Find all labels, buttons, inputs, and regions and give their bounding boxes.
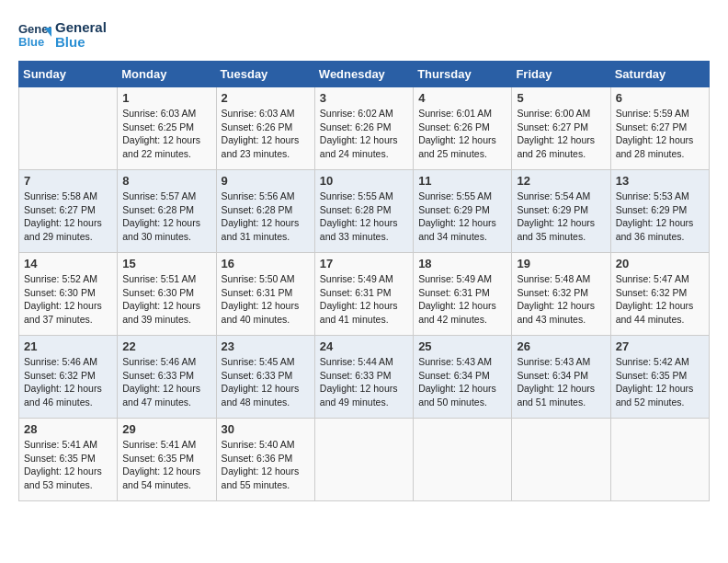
- cell-content: Sunrise: 5:48 AM Sunset: 6:32 PM Dayligh…: [517, 272, 605, 327]
- calendar-cell: [314, 419, 413, 501]
- cell-content: Sunrise: 5:51 AM Sunset: 6:30 PM Dayligh…: [122, 272, 210, 327]
- calendar-cell: 29Sunrise: 5:41 AM Sunset: 6:35 PM Dayli…: [118, 419, 216, 501]
- cell-content: Sunrise: 6:03 AM Sunset: 6:26 PM Dayligh…: [222, 107, 310, 161]
- calendar-cell: 10Sunrise: 5:55 AM Sunset: 6:28 PM Dayli…: [314, 170, 413, 253]
- week-row-2: 7Sunrise: 5:58 AM Sunset: 6:27 PM Daylig…: [19, 170, 710, 253]
- calendar-cell: 23Sunrise: 5:45 AM Sunset: 6:33 PM Dayli…: [216, 336, 314, 419]
- day-number: 21: [24, 339, 112, 353]
- calendar-cell: 1Sunrise: 6:03 AM Sunset: 6:25 PM Daylig…: [118, 87, 216, 170]
- day-number: 3: [320, 91, 408, 105]
- day-number: 5: [517, 91, 605, 105]
- cell-content: Sunrise: 5:56 AM Sunset: 6:28 PM Dayligh…: [222, 190, 310, 244]
- day-number: 11: [418, 174, 506, 188]
- calendar-cell: 26Sunrise: 5:43 AM Sunset: 6:34 PM Dayli…: [512, 336, 610, 419]
- calendar-cell: 12Sunrise: 5:54 AM Sunset: 6:29 PM Dayli…: [512, 170, 610, 253]
- calendar-cell: 19Sunrise: 5:48 AM Sunset: 6:32 PM Dayli…: [512, 253, 610, 336]
- calendar-cell: 7Sunrise: 5:58 AM Sunset: 6:27 PM Daylig…: [19, 170, 118, 253]
- logo-text-blue: Blue: [55, 35, 107, 51]
- cell-content: Sunrise: 6:00 AM Sunset: 6:27 PM Dayligh…: [517, 107, 605, 161]
- cell-content: Sunrise: 5:40 AM Sunset: 6:36 PM Dayligh…: [222, 438, 310, 492]
- calendar-cell: 18Sunrise: 5:49 AM Sunset: 6:31 PM Dayli…: [414, 253, 512, 336]
- calendar-cell: 4Sunrise: 6:01 AM Sunset: 6:26 PM Daylig…: [414, 87, 512, 170]
- calendar-cell: 30Sunrise: 5:40 AM Sunset: 6:36 PM Dayli…: [216, 419, 314, 501]
- day-number: 4: [418, 91, 506, 105]
- cell-content: Sunrise: 5:45 AM Sunset: 6:33 PM Dayligh…: [222, 355, 310, 409]
- column-header-friday: Friday: [512, 62, 610, 87]
- calendar-cell: 3Sunrise: 6:02 AM Sunset: 6:26 PM Daylig…: [314, 87, 413, 170]
- calendar-cell: 16Sunrise: 5:50 AM Sunset: 6:31 PM Dayli…: [216, 253, 314, 336]
- calendar-header-row: SundayMondayTuesdayWednesdayThursdayFrid…: [19, 62, 710, 87]
- calendar-cell: 14Sunrise: 5:52 AM Sunset: 6:30 PM Dayli…: [19, 253, 118, 336]
- calendar-cell: 15Sunrise: 5:51 AM Sunset: 6:30 PM Dayli…: [118, 253, 216, 336]
- cell-content: Sunrise: 5:42 AM Sunset: 6:35 PM Dayligh…: [616, 355, 704, 409]
- cell-content: Sunrise: 5:55 AM Sunset: 6:28 PM Dayligh…: [320, 190, 408, 244]
- cell-content: Sunrise: 5:52 AM Sunset: 6:30 PM Dayligh…: [24, 272, 112, 327]
- day-number: 19: [517, 257, 605, 270]
- calendar-cell: 2Sunrise: 6:03 AM Sunset: 6:26 PM Daylig…: [216, 87, 314, 170]
- logo-icon: General Blue: [18, 18, 51, 52]
- day-number: 30: [222, 422, 310, 436]
- day-number: 9: [222, 174, 310, 188]
- week-row-5: 28Sunrise: 5:41 AM Sunset: 6:35 PM Dayli…: [19, 419, 710, 501]
- day-number: 25: [418, 339, 506, 353]
- calendar-cell: 9Sunrise: 5:56 AM Sunset: 6:28 PM Daylig…: [216, 170, 314, 253]
- day-number: 27: [616, 339, 704, 353]
- cell-content: Sunrise: 5:54 AM Sunset: 6:29 PM Dayligh…: [517, 190, 605, 244]
- day-number: 15: [122, 257, 210, 270]
- calendar-cell: 22Sunrise: 5:46 AM Sunset: 6:33 PM Dayli…: [118, 336, 216, 419]
- calendar-cell: 28Sunrise: 5:41 AM Sunset: 6:35 PM Dayli…: [19, 419, 118, 501]
- cell-content: Sunrise: 5:43 AM Sunset: 6:34 PM Dayligh…: [517, 355, 605, 409]
- week-row-4: 21Sunrise: 5:46 AM Sunset: 6:32 PM Dayli…: [19, 336, 710, 419]
- day-number: 6: [616, 91, 704, 105]
- page-header: General Blue General Blue: [18, 18, 710, 52]
- calendar-cell: [19, 87, 118, 170]
- cell-content: Sunrise: 5:58 AM Sunset: 6:27 PM Dayligh…: [24, 190, 112, 244]
- cell-content: Sunrise: 5:41 AM Sunset: 6:35 PM Dayligh…: [24, 438, 112, 492]
- logo: General Blue General Blue: [18, 18, 107, 52]
- calendar-cell: [512, 419, 610, 501]
- column-header-sunday: Sunday: [19, 62, 118, 87]
- day-number: 24: [320, 339, 408, 353]
- cell-content: Sunrise: 6:01 AM Sunset: 6:26 PM Dayligh…: [418, 107, 506, 161]
- day-number: 26: [517, 339, 605, 353]
- calendar-cell: 5Sunrise: 6:00 AM Sunset: 6:27 PM Daylig…: [512, 87, 610, 170]
- day-number: 8: [122, 174, 210, 188]
- day-number: 10: [320, 174, 408, 188]
- day-number: 22: [122, 339, 210, 353]
- day-number: 18: [418, 257, 506, 270]
- cell-content: Sunrise: 5:55 AM Sunset: 6:29 PM Dayligh…: [418, 190, 506, 244]
- calendar-cell: 24Sunrise: 5:44 AM Sunset: 6:33 PM Dayli…: [314, 336, 413, 419]
- cell-content: Sunrise: 5:44 AM Sunset: 6:33 PM Dayligh…: [320, 355, 408, 409]
- cell-content: Sunrise: 5:46 AM Sunset: 6:32 PM Dayligh…: [24, 355, 112, 409]
- cell-content: Sunrise: 5:43 AM Sunset: 6:34 PM Dayligh…: [418, 355, 506, 409]
- column-header-thursday: Thursday: [414, 62, 512, 87]
- calendar-cell: 13Sunrise: 5:53 AM Sunset: 6:29 PM Dayli…: [610, 170, 709, 253]
- cell-content: Sunrise: 6:02 AM Sunset: 6:26 PM Dayligh…: [320, 107, 408, 161]
- day-number: 1: [122, 91, 210, 105]
- column-header-tuesday: Tuesday: [216, 62, 314, 87]
- day-number: 23: [222, 339, 310, 353]
- column-header-monday: Monday: [118, 62, 216, 87]
- cell-content: Sunrise: 5:59 AM Sunset: 6:27 PM Dayligh…: [616, 107, 704, 161]
- logo-text-general: General: [55, 20, 107, 36]
- cell-content: Sunrise: 5:53 AM Sunset: 6:29 PM Dayligh…: [616, 190, 704, 244]
- cell-content: Sunrise: 5:46 AM Sunset: 6:33 PM Dayligh…: [122, 355, 210, 409]
- calendar-cell: 27Sunrise: 5:42 AM Sunset: 6:35 PM Dayli…: [610, 336, 709, 419]
- calendar-table: SundayMondayTuesdayWednesdayThursdayFrid…: [18, 61, 710, 501]
- calendar-cell: 20Sunrise: 5:47 AM Sunset: 6:32 PM Dayli…: [610, 253, 709, 336]
- calendar-cell: 11Sunrise: 5:55 AM Sunset: 6:29 PM Dayli…: [414, 170, 512, 253]
- svg-text:Blue: Blue: [18, 35, 44, 49]
- day-number: 13: [616, 174, 704, 188]
- day-number: 20: [616, 257, 704, 270]
- day-number: 2: [222, 91, 310, 105]
- cell-content: Sunrise: 5:57 AM Sunset: 6:28 PM Dayligh…: [122, 190, 210, 244]
- day-number: 16: [222, 257, 310, 270]
- day-number: 29: [122, 422, 210, 436]
- calendar-cell: 6Sunrise: 5:59 AM Sunset: 6:27 PM Daylig…: [610, 87, 709, 170]
- cell-content: Sunrise: 5:47 AM Sunset: 6:32 PM Dayligh…: [616, 272, 704, 327]
- cell-content: Sunrise: 5:41 AM Sunset: 6:35 PM Dayligh…: [122, 438, 210, 492]
- calendar-cell: [414, 419, 512, 501]
- day-number: 28: [24, 422, 112, 436]
- week-row-1: 1Sunrise: 6:03 AM Sunset: 6:25 PM Daylig…: [19, 87, 710, 170]
- day-number: 14: [24, 257, 112, 270]
